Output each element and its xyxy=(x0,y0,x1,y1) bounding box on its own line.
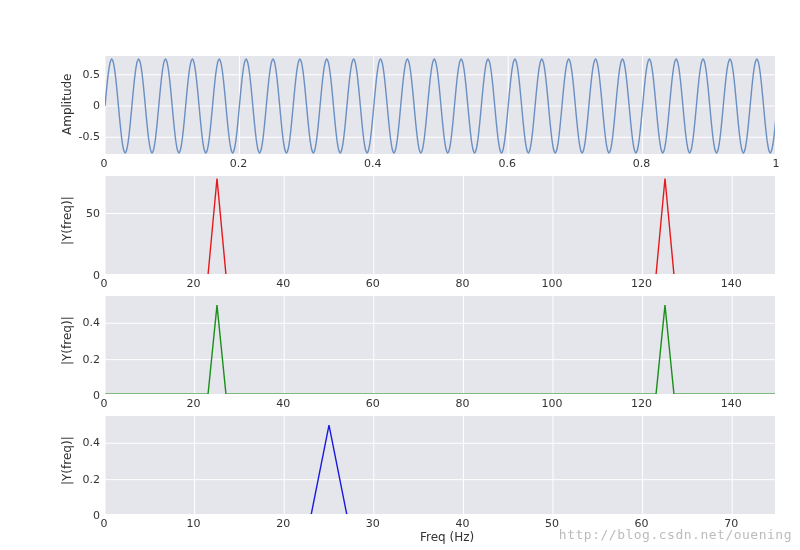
tick-label: 20 xyxy=(174,397,214,410)
tick-label: 50 xyxy=(532,517,572,530)
tick-label: 40 xyxy=(263,397,303,410)
tick-label: 60 xyxy=(622,517,662,530)
tick-label: 0.2 xyxy=(52,473,100,486)
tick-label: 0.2 xyxy=(52,353,100,366)
tick-label: 0 xyxy=(84,277,124,290)
tick-label: 70 xyxy=(711,517,751,530)
fft-norm-plot xyxy=(105,296,776,395)
tick-label: 0 xyxy=(52,99,100,112)
panel-fft-half xyxy=(104,415,776,515)
tick-label: 80 xyxy=(442,277,482,290)
tick-label: 60 xyxy=(353,277,393,290)
tick-label: 140 xyxy=(711,277,751,290)
tick-label: 0.6 xyxy=(487,157,527,170)
tick-label: 100 xyxy=(532,277,572,290)
tick-label: 0.2 xyxy=(218,157,258,170)
panel-time-signal xyxy=(104,55,776,155)
tick-label: 10 xyxy=(174,517,214,530)
tick-label: 60 xyxy=(353,397,393,410)
tick-label: -0.5 xyxy=(52,130,100,143)
tick-label: 120 xyxy=(622,397,662,410)
panel-fft-norm xyxy=(104,295,776,395)
tick-label: 50 xyxy=(52,207,100,220)
fft-half-plot xyxy=(105,416,776,515)
tick-label: 120 xyxy=(622,277,662,290)
watermark: http://blog.csdn.net/ouening xyxy=(559,527,792,542)
tick-label: 20 xyxy=(174,277,214,290)
tick-label: 0.8 xyxy=(622,157,662,170)
tick-label: 40 xyxy=(442,517,482,530)
panel-fft-raw xyxy=(104,175,776,275)
figure: Amplitude |Y(freq)| |Y(freq)| |Y(freq)| … xyxy=(0,0,800,550)
tick-label: 20 xyxy=(263,517,303,530)
tick-label: 1 xyxy=(756,157,796,170)
tick-label: 140 xyxy=(711,397,751,410)
tick-label: 80 xyxy=(442,397,482,410)
tick-label: 0.4 xyxy=(52,316,100,329)
tick-label: 0.5 xyxy=(52,68,100,81)
tick-label: 0.4 xyxy=(52,436,100,449)
fft-raw-plot xyxy=(105,176,776,275)
time-series-plot xyxy=(105,56,776,155)
tick-label: 0 xyxy=(84,397,124,410)
ylabel-1: |Y(freq)| xyxy=(60,196,74,245)
tick-label: 0.4 xyxy=(353,157,393,170)
xlabel: Freq (Hz) xyxy=(420,530,474,544)
tick-label: 0 xyxy=(84,157,124,170)
tick-label: 30 xyxy=(353,517,393,530)
tick-label: 40 xyxy=(263,277,303,290)
tick-label: 0 xyxy=(84,517,124,530)
tick-label: 100 xyxy=(532,397,572,410)
